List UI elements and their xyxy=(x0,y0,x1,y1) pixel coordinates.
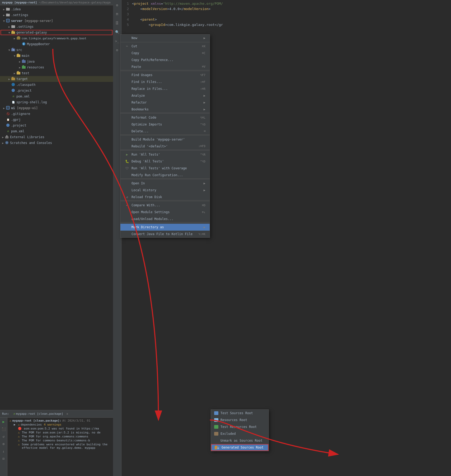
warning-icon: ⚠ xyxy=(10,419,11,422)
tree-item-settings-root[interactable]: ▶ .settings xyxy=(0,12,113,18)
menu-icon: ✂ xyxy=(125,44,129,48)
close-tab-btn[interactable]: × xyxy=(66,412,68,416)
menu-item-reload[interactable]: ↺ Reload from Disk xyxy=(120,194,210,200)
run-left-icons: ▶ ⬛ ↺ ⚙ ↓ ⊟ xyxy=(0,418,7,476)
menu-item-find-files[interactable]: Find in Files... ⇧⌘F xyxy=(120,78,210,85)
tool-terminal[interactable]: >_ xyxy=(114,38,120,44)
tree-item-spring-log[interactable]: ▶ 📄 spring-shell.log xyxy=(0,99,113,105)
warning-text: Some problems were encountered while bui… xyxy=(22,443,111,450)
tool-maven[interactable]: M xyxy=(114,11,120,17)
menu-item-reformat[interactable]: Reformat Code ⌥⌘L xyxy=(120,114,210,121)
menu-item-open-in[interactable]: Open In ▶ xyxy=(120,180,210,187)
warning-text: The POM for commons-beanutils:commons-b xyxy=(22,439,90,442)
code-line-2: 2 <modelVersion>4.0.0</modelVersion> xyxy=(121,6,451,12)
submenu-arrow: ▶ xyxy=(204,94,205,97)
tool-database[interactable]: 🗄 xyxy=(114,20,120,26)
tree-item-com-pkg[interactable]: ▶ com.linkgie.galaxyframework.gapp.boot xyxy=(0,35,113,41)
menu-item-optimize[interactable]: Optimize Imports ^⌥O xyxy=(120,121,210,128)
menu-item-load-unload[interactable]: Load/Unload Modules... xyxy=(120,216,210,222)
svg-rect-26 xyxy=(17,72,20,74)
tool-structure[interactable]: ⚙ xyxy=(114,2,120,8)
menu-item-refactor[interactable]: Refactor ▶ xyxy=(120,99,210,106)
tree-item-gitignore[interactable]: ▶ 🚫 .gitignore xyxy=(0,111,113,117)
menu-item-run-coverage[interactable]: 🛡 Run 'All Tests' with Coverage xyxy=(120,165,210,172)
tool-settings[interactable]: ⚙ xyxy=(114,47,120,53)
menu-label: Build Module 'mygapp-server' xyxy=(131,138,205,141)
tree-item-resources[interactable]: ▶ resources xyxy=(0,64,113,70)
tree-item-pom-server[interactable]: ▶ m pom.xml xyxy=(0,94,113,99)
menu-icon: ↺ xyxy=(125,195,129,199)
menu-item-new[interactable]: New ▶ xyxy=(120,35,210,41)
project-name: mygapp [mygapp-root] xyxy=(2,1,37,4)
tree-item-pom-root[interactable]: ▶ m pom.xml xyxy=(0,128,113,134)
module-icon xyxy=(6,19,10,23)
tree-item-ui[interactable]: ▶ ui [mygapp-ui] xyxy=(0,105,113,111)
menu-item-bookmarks[interactable]: Bookmarks ▶ xyxy=(120,106,210,113)
menu-item-replace-files[interactable]: Replace in Files... ⇧⌘R xyxy=(120,85,210,92)
menu-item-analyze[interactable]: Analyze ▶ xyxy=(120,92,210,99)
tool-search[interactable]: 🔍 xyxy=(114,29,120,35)
menu-separator xyxy=(120,135,210,136)
tree-item-test[interactable]: ▶ test xyxy=(0,70,113,76)
tree-item-ext-libs[interactable]: ▶ External Libraries xyxy=(0,134,113,140)
expand-arrow: ▼ xyxy=(2,20,6,22)
tree-item-mygapp-booter[interactable]: ▶ C MygappBooter xyxy=(0,41,113,47)
run-scroll-btn[interactable]: ↓ xyxy=(1,448,7,454)
submenu-item-excluded[interactable]: Excluded xyxy=(211,430,269,437)
menu-item-convert-java[interactable]: Convert Java File to Kotlin File ⌥⇧⌘K xyxy=(120,231,210,237)
code-line-4: 4 <parent> xyxy=(121,17,451,22)
tree-item-label: generated-galaxy xyxy=(16,31,47,34)
menu-item-find-usages[interactable]: Find Usages ⌥F7 xyxy=(120,72,210,78)
svg-rect-22 xyxy=(22,60,26,63)
tree-item-classpath[interactable]: ▶ .classpath xyxy=(0,82,113,88)
tree-item-server[interactable]: ▼ server [mygapp-server] xyxy=(0,18,113,24)
menu-item-compare[interactable]: ↔ Compare With... ⌘D xyxy=(120,202,210,209)
menu-item-module-settings[interactable]: Open Module Settings ⌘↓ xyxy=(120,209,210,216)
submenu-item-generated-sources[interactable]: ⚙ Generated Sources Root xyxy=(211,444,269,451)
tree-item-project-root[interactable]: ▶ .project xyxy=(0,123,113,128)
build-title: mygapp-root [clean,package]: xyxy=(12,419,61,422)
menu-item-delete[interactable]: Delete... ⌫ xyxy=(120,128,210,135)
submenu-item-test-sources[interactable]: Test Sources Root xyxy=(211,410,269,417)
tree-item-generated-galaxy[interactable]: ▼ generated-galaxy xyxy=(0,30,113,35)
menu-item-mark-dir[interactable]: Mark Directory as ▶ xyxy=(120,224,210,231)
menu-item-modify-run[interactable]: Modify Run Configuration... xyxy=(120,172,210,179)
menu-item-build-module[interactable]: Build Module 'mygapp-server' xyxy=(120,136,210,143)
menu-item-cut[interactable]: ✂ Cut ⌘X xyxy=(120,43,210,50)
tree-item-target[interactable]: ▶ target xyxy=(0,76,113,82)
run-settings-btn[interactable]: ⚙ xyxy=(1,441,7,447)
run-tab[interactable]: m mygapp-root [clean,package] xyxy=(11,411,65,417)
xml-tag: project xyxy=(134,2,149,6)
svg-marker-21 xyxy=(17,54,19,54)
tree-item-project-server[interactable]: ▶ .project xyxy=(0,88,113,94)
run-rerun-btn[interactable]: ↺ xyxy=(1,433,7,439)
run-filter-btn[interactable]: ⊟ xyxy=(1,456,7,461)
submenu-item-test-resources[interactable]: Test Resources Root xyxy=(211,423,269,430)
warning-icon: ⚠ xyxy=(18,439,20,442)
app-layout: mygapp [mygapp-root] ~/Documents/develop… xyxy=(0,0,451,476)
tree-item-main[interactable]: ▼ main xyxy=(0,53,113,59)
menu-item-copy-path[interactable]: Copy Path/Reference... xyxy=(120,57,210,63)
tree-item-gprj[interactable]: ▶ 📋 .gprj xyxy=(0,117,113,123)
tree-item-scratches[interactable]: ▶ ☀ Scratches and Consoles xyxy=(0,140,113,146)
tree-item-settings-server[interactable]: ▶ .settings xyxy=(0,24,113,30)
tree-item-java[interactable]: ▶ java xyxy=(0,59,113,64)
menu-item-debug-tests[interactable]: 🐛 Debug 'All Tests' ^⌥D xyxy=(120,158,210,165)
svg-rect-5 xyxy=(6,19,10,22)
menu-item-rebuild[interactable]: Rebuild '<default>' ⇧⌘F9 xyxy=(120,143,210,150)
run-play-btn[interactable]: ▶ xyxy=(1,419,7,424)
tree-item-idea[interactable]: ▶ .idea xyxy=(0,6,113,12)
run-stop-btn[interactable]: ⬛ xyxy=(1,426,7,432)
tree-item-label: target xyxy=(16,77,28,81)
run-tab-icon: m xyxy=(13,412,15,415)
svg-marker-18 xyxy=(11,48,13,49)
submenu-item-resources-root[interactable]: Resources Root xyxy=(211,417,269,423)
svg-rect-7 xyxy=(11,25,15,28)
menu-item-local-history[interactable]: Local History ▶ xyxy=(120,187,210,194)
line-number: 4 xyxy=(121,17,132,22)
tree-item-src[interactable]: ▼ S src xyxy=(0,47,113,53)
menu-item-paste[interactable]: Paste ⌘V xyxy=(120,63,210,70)
submenu-item-unmark[interactable]: Unmark as Sources Root xyxy=(211,437,269,444)
menu-item-copy[interactable]: Copy ⌘C xyxy=(120,50,210,57)
menu-item-run-tests[interactable]: ▶ Run 'All Tests' ^⌥R xyxy=(120,151,210,158)
